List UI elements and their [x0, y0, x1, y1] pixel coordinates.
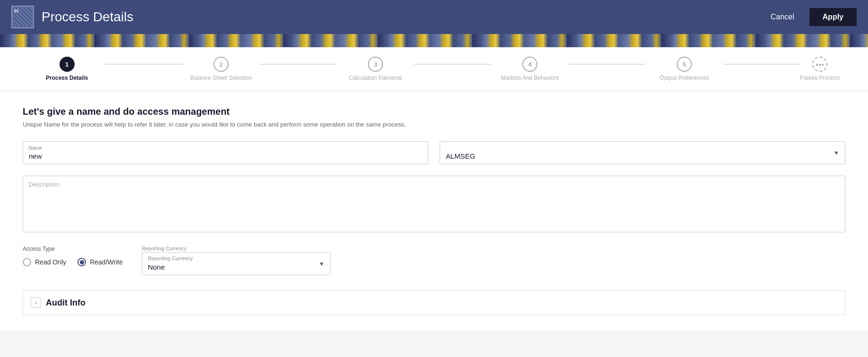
- main-content: Let's give a name and do access manageme…: [0, 91, 868, 330]
- read-write-radio-dot: [80, 260, 84, 264]
- reporting-currency-floating-label: Reporting Currency: [148, 255, 193, 261]
- cancel-button[interactable]: Cancel: [763, 9, 802, 25]
- access-type-group: Access Type Read Only Read/Write: [23, 246, 123, 266]
- read-write-label: Read/Write: [90, 258, 123, 266]
- stepper: 1 Process Details 2 Balance Sheet Select…: [0, 47, 868, 91]
- description-field: Description: [23, 176, 845, 232]
- step-line-5: [723, 64, 800, 65]
- name-input[interactable]: [23, 141, 428, 164]
- header-actions: Cancel Apply: [763, 8, 857, 26]
- page-title: Process Details: [42, 9, 134, 25]
- step-line-2: [260, 64, 337, 65]
- folder-select-wrapper: ALMSEG DEFAULT OTHER ▼: [440, 141, 845, 164]
- step-4-label: Markets And Behaviors: [501, 75, 559, 81]
- header-left: 01 Process Details: [11, 6, 134, 28]
- step-line-3: [414, 64, 491, 65]
- step-4-circle: 4: [522, 57, 537, 72]
- read-write-radio-circle: [77, 258, 86, 266]
- name-field-wrapper: Name: [23, 141, 428, 164]
- read-write-radio-item[interactable]: Read/Write: [77, 258, 123, 266]
- reporting-currency-label: Reporting Currency: [142, 246, 331, 251]
- decorative-banner: [0, 34, 868, 47]
- section-title: Let's give a name and do access manageme…: [23, 106, 845, 117]
- reporting-currency-wrapper: Reporting Currency Reporting Currency No…: [142, 246, 331, 275]
- step-5-label: Output Preferences: [660, 75, 709, 81]
- step-2: 2 Balance Sheet Selection: [183, 57, 260, 81]
- read-only-radio-circle: [23, 258, 31, 266]
- step-3: 3 Calculation Elements: [337, 57, 414, 81]
- read-only-label: Read Only: [35, 258, 66, 266]
- process-icon: 01: [11, 6, 34, 28]
- reporting-currency-select-wrapper: Reporting Currency None USD EUR GBP ▼: [142, 252, 331, 275]
- radio-group: Read Only Read/Write: [23, 258, 123, 266]
- name-folder-row: Name Folder ALMSEG DEFAULT OTHER ▼: [23, 141, 845, 164]
- folder-field-wrapper: Folder ALMSEG DEFAULT OTHER ▼: [440, 141, 845, 164]
- step-6-circle: ●●●: [812, 57, 827, 72]
- folder-select[interactable]: ALMSEG DEFAULT OTHER: [440, 142, 845, 164]
- step-line-4: [569, 64, 646, 65]
- step-3-circle: 3: [368, 57, 383, 72]
- step-4: 4 Markets And Behaviors: [491, 57, 568, 81]
- step-3-label: Calculation Elements: [349, 75, 402, 81]
- step-6-label: Freeze Process: [800, 75, 840, 81]
- audit-header[interactable]: › Audit Info: [23, 291, 845, 314]
- name-label: Name: [28, 145, 42, 151]
- apply-button[interactable]: Apply: [809, 8, 857, 26]
- access-type-label: Access Type: [23, 246, 123, 252]
- step-6: ●●● Freeze Process: [800, 57, 840, 81]
- audit-title: Audit Info: [46, 298, 85, 308]
- step-1: 1 Process Details: [28, 57, 105, 81]
- description-label: Description: [29, 181, 60, 188]
- step-line-1: [105, 64, 182, 65]
- audit-section: › Audit Info: [23, 290, 845, 315]
- description-wrapper: Description: [23, 176, 845, 232]
- step-5-circle: 5: [677, 57, 692, 72]
- step-2-circle: 2: [213, 57, 229, 72]
- read-only-radio-item[interactable]: Read Only: [23, 258, 66, 266]
- access-row: Access Type Read Only Read/Write Reporti…: [23, 246, 845, 275]
- step-1-circle: 1: [60, 57, 75, 72]
- step-1-label: Process Details: [46, 75, 88, 81]
- page-header: 01 Process Details Cancel Apply: [0, 0, 868, 34]
- audit-chevron-icon: ›: [31, 298, 41, 308]
- description-textarea[interactable]: [23, 176, 845, 232]
- step-2-label: Balance Sheet Selection: [190, 75, 252, 81]
- step-5: 5 Output Preferences: [646, 57, 723, 81]
- section-subtitle: Unique Name for the process will help to…: [23, 121, 845, 128]
